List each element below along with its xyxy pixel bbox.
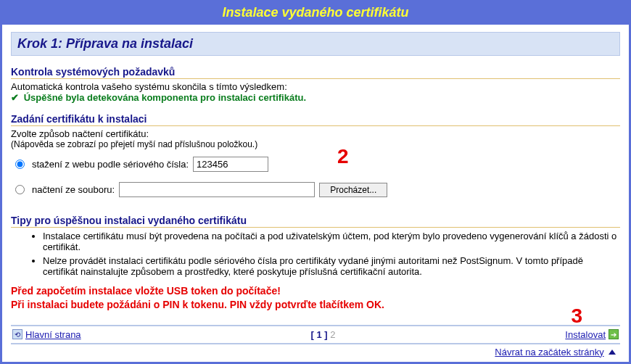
file-path-input[interactable] [119, 182, 315, 197]
page-title: Instalace vydaného certifikátu [2, 2, 629, 25]
radio-file-label: načtení ze souboru: [32, 184, 115, 195]
list-item: Nelze provádět instalaci certifikátu pod… [43, 255, 620, 277]
option-file-row: načtení ze souboru: Procházet... [11, 179, 620, 204]
warning-line-2: Při instalaci budete požádáni o PIN k to… [11, 298, 620, 312]
warning-line-1: Před započetím instalace vložte USB toke… [11, 284, 620, 298]
home-link[interactable]: Hlavní strana [25, 329, 81, 340]
radio-serial-label: stažení z webu podle sériového čísla: [32, 159, 189, 170]
check-intro: Automatická kontrola vašeho systému skon… [11, 81, 620, 92]
section-system-check: Kontrola systémových požadavků Automatic… [11, 66, 620, 103]
pager: [ 1 ] 2 [81, 329, 566, 340]
section-cert-input: Zadání certifikátu k instalaci Zvolte zp… [11, 113, 620, 204]
check-success-text: Úspěšné byla detekována komponenta pro i… [24, 92, 306, 103]
heading-tips: Tipy pro úspěšnou instalaci vydaného cer… [11, 215, 620, 228]
heading-system-check: Kontrola systémových požadavků [11, 66, 620, 79]
install-link[interactable]: Instalovat [565, 329, 606, 340]
input-intro: Zvolte způsob načtení certifikátu: [11, 128, 620, 139]
wizard-nav: 3 ⟲ Hlavní strana [ 1 ] 2 Instalovat ➔ [11, 325, 620, 344]
radio-serial[interactable] [15, 160, 25, 169]
radio-file[interactable] [15, 185, 25, 194]
home-icon: ⟲ [12, 329, 22, 339]
browse-button[interactable]: Procházet... [319, 183, 387, 197]
page-current: 1 [316, 329, 321, 340]
serial-input[interactable] [193, 157, 268, 172]
wizard-frame: Instalace vydaného certifikátu Krok 1: P… [0, 0, 631, 364]
heading-cert-input: Zadání certifikátu k instalaci [11, 113, 620, 126]
arrow-right-icon: ➔ [609, 329, 619, 339]
annotation-marker-3: 3 [571, 305, 582, 328]
annotation-marker-2: 2 [337, 145, 349, 168]
tips-list: Instalace certifikátu musí být provedena… [11, 231, 620, 277]
checkmark-icon: ✔ [11, 92, 21, 103]
step-header: Krok 1: Příprava na instalaci [11, 32, 620, 56]
warning-block: Před započetím instalace vložte USB toke… [11, 284, 620, 312]
back-to-top-link[interactable]: Návrat na začátek stránky [495, 347, 603, 357]
page-other: 2 [330, 329, 335, 340]
check-success: ✔ Úspěšné byla detekována komponenta pro… [11, 92, 620, 103]
arrow-up-icon [609, 349, 616, 355]
option-serial-row: stažení z webu podle sériového čísla: 2 [11, 154, 620, 179]
footer: Návrat na začátek stránky [11, 344, 620, 357]
section-tips: Tipy pro úspěšnou instalaci vydaného cer… [11, 215, 620, 277]
input-hint: (Nápověda se zobrazí po přejetí myší nad… [11, 139, 620, 149]
list-item: Instalace certifikátu musí být provedena… [43, 231, 620, 252]
